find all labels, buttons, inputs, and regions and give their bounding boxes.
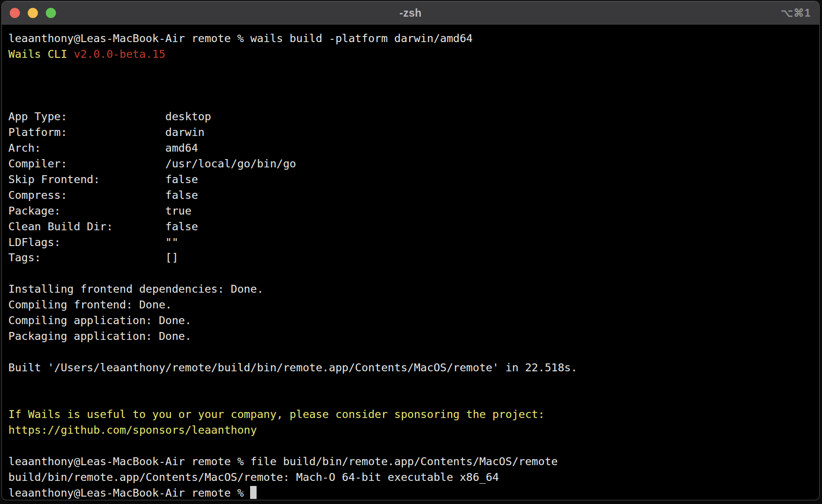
- terminal-text: leaanthony@Leas-MacBook-Air remote % wai…: [8, 32, 473, 45]
- traffic-lights: [10, 1, 56, 25]
- terminal-text: Platform: darwin: [8, 126, 204, 139]
- terminal-line: Compiling application: Done.: [8, 313, 819, 329]
- terminal-text: v2.0.0-beta.15: [74, 48, 165, 61]
- terminal-line: Platform: darwin: [8, 125, 819, 141]
- terminal-text: Arch: amd64: [8, 141, 198, 154]
- terminal-text: Clean Build Dir: false: [8, 220, 198, 233]
- terminal-line: Tags: []: [8, 250, 819, 266]
- terminal-text: Built '/Users/leaanthony/remote/build/bi…: [8, 361, 577, 374]
- terminal-text: Compress: false: [8, 189, 198, 202]
- terminal-line: Compress: false: [8, 188, 819, 203]
- terminal-line: leaanthony@Leas-MacBook-Air remote % wai…: [8, 31, 819, 47]
- terminal-line: Compiling frontend: Done.: [8, 297, 819, 313]
- window-title: -zsh: [399, 7, 422, 19]
- terminal-text: Packaging application: Done.: [8, 330, 191, 343]
- keyboard-shortcut-badge: ⌥⌘1: [781, 1, 811, 25]
- terminal-line: [8, 344, 819, 360]
- terminal-text: Wails CLI: [8, 48, 74, 61]
- terminal-line: Installing frontend dependencies: Done.: [8, 282, 819, 297]
- terminal-line: leaanthony@Leas-MacBook-Air remote %: [8, 486, 819, 500]
- terminal-text: Skip Frontend: false: [8, 173, 198, 186]
- terminal-output[interactable]: leaanthony@Leas-MacBook-Air remote % wai…: [2, 25, 819, 500]
- terminal-line: [8, 438, 819, 454]
- terminal-text: Installing frontend dependencies: Done.: [8, 283, 264, 295]
- terminal-line: Arch: amd64: [8, 141, 819, 156]
- terminal-text: leaanthony@Leas-MacBook-Air remote % fil…: [8, 455, 558, 468]
- terminal-line: [8, 266, 819, 282]
- terminal-text: Compiler: /usr/local/go/bin/go: [8, 157, 296, 170]
- terminal-text: Compiling application: Done.: [8, 314, 191, 327]
- terminal-text: Package: true: [8, 204, 191, 217]
- terminal-line: [8, 391, 819, 407]
- terminal-text: If Wails is useful to you or your compan…: [8, 408, 545, 421]
- terminal-line: [8, 94, 819, 110]
- terminal-cursor: [250, 486, 257, 499]
- terminal-line: Packaging application: Done.: [8, 329, 819, 344]
- terminal-window: -zsh ⌥⌘1 leaanthony@Leas-MacBook-Air rem…: [1, 1, 820, 500]
- terminal-line: [8, 376, 819, 392]
- terminal-text: leaanthony@Leas-MacBook-Air remote %: [8, 486, 250, 499]
- terminal-line: Compiler: /usr/local/go/bin/go: [8, 156, 819, 172]
- terminal-line: Built '/Users/leaanthony/remote/build/bi…: [8, 360, 819, 376]
- terminal-text: LDFlags: "": [8, 236, 178, 249]
- terminal-line: Package: true: [8, 203, 819, 219]
- terminal-text: Tags: []: [8, 251, 178, 264]
- terminal-line: https://github.com/sponsors/leaanthony: [8, 423, 819, 438]
- terminal-line: Clean Build Dir: false: [8, 219, 819, 235]
- terminal-text: build/bin/remote.app/Contents/MacOS/remo…: [8, 471, 499, 484]
- close-button[interactable]: [10, 8, 20, 18]
- terminal-line: Skip Frontend: false: [8, 172, 819, 188]
- terminal-line: App Type: desktop: [8, 109, 819, 125]
- titlebar[interactable]: -zsh ⌥⌘1: [2, 1, 819, 25]
- terminal-line: build/bin/remote.app/Contents/MacOS/remo…: [8, 470, 819, 486]
- terminal-line: [8, 62, 819, 78]
- terminal-text: App Type: desktop: [8, 110, 211, 123]
- terminal-line: If Wails is useful to you or your compan…: [8, 407, 819, 423]
- minimize-button[interactable]: [28, 8, 38, 18]
- terminal-text: Compiling frontend: Done.: [8, 298, 172, 311]
- terminal-text: https://github.com/sponsors/leaanthony: [8, 424, 257, 436]
- terminal-line: leaanthony@Leas-MacBook-Air remote % fil…: [8, 454, 819, 470]
- terminal-line: [8, 78, 819, 94]
- terminal-line: LDFlags: "": [8, 235, 819, 251]
- zoom-button[interactable]: [46, 8, 56, 18]
- terminal-line: Wails CLI v2.0.0-beta.15: [8, 47, 819, 62]
